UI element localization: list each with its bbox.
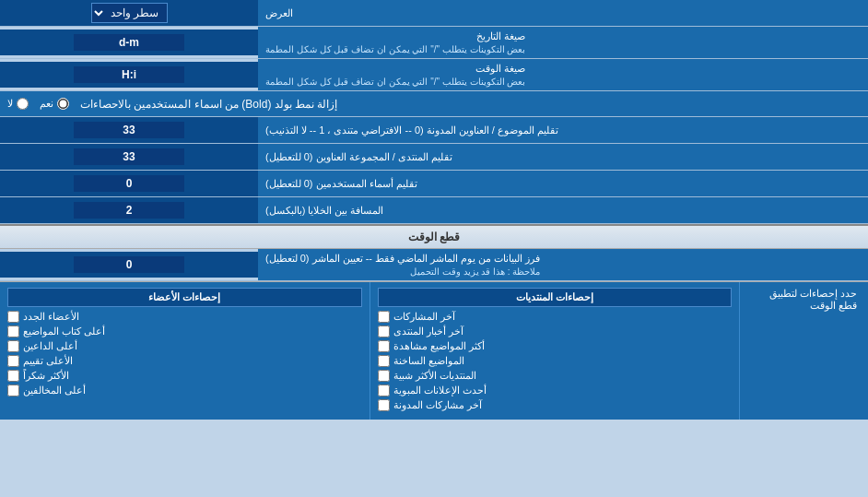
checkbox-forum-news[interactable]: آخر أخبار المنتدى xyxy=(378,325,733,337)
date-format-input-container[interactable] xyxy=(0,30,258,55)
checkbox-forum-news-input[interactable] xyxy=(378,325,390,337)
cutoff-row: فرز البيانات من يوم الماشر الماضي فقط --… xyxy=(0,249,868,281)
checkbox-most-similar[interactable]: المنتديات الأكثر شبية xyxy=(378,370,733,382)
cell-spacing-row: المسافة بين الخلايا (بالبكسل) xyxy=(0,197,868,224)
checkbox-top-violators[interactable]: أعلى المخالفين xyxy=(7,385,362,396)
forum-subjects-label: تقليم المنتدى / المجموعة العناوين (0 للت… xyxy=(258,144,868,170)
header-title: العرض xyxy=(265,7,293,19)
members-stats-col: إحصاءات الأعضاء الأعضاء الجدد أعلى كتاب … xyxy=(0,282,369,420)
date-format-row: صيغة التاريخ بعض التكوينات يتطلب "/" الت… xyxy=(0,27,868,59)
cutoff-row-note: ملاحظة : هذا قد يزيد وقت التحميل xyxy=(265,266,540,277)
forums-stats-header: إحصاءات المنتديات xyxy=(378,288,733,307)
time-format-input[interactable] xyxy=(74,66,184,83)
bold-yes-label[interactable]: نعم xyxy=(40,98,69,110)
members-stats-title: إحصاءات الأعضاء xyxy=(148,291,220,302)
cell-spacing-title: المسافة بين الخلايا (بالبكسل) xyxy=(265,205,384,217)
forum-subjects-input-container[interactable] xyxy=(0,144,258,170)
subjects-count-row: تقليم الموضوع / العناوين المدونة (0 -- ا… xyxy=(0,117,868,144)
date-format-input[interactable] xyxy=(74,34,184,51)
usernames-trim-row: تقليم أسماء المستخدمين (0 للتعطيل) xyxy=(0,171,868,197)
usernames-trim-input-container[interactable] xyxy=(0,171,258,196)
members-stats-header: إحصاءات الأعضاء xyxy=(7,288,362,307)
subjects-count-title: تقليم الموضوع / العناوين المدونة (0 -- ا… xyxy=(265,124,558,136)
cell-spacing-label: المسافة بين الخلايا (بالبكسل) xyxy=(258,197,868,223)
cell-spacing-input-container[interactable] xyxy=(0,197,258,223)
checkbox-blog-posts-input[interactable] xyxy=(378,399,390,411)
bold-yes-radio[interactable] xyxy=(57,98,69,110)
subjects-count-input-container[interactable] xyxy=(0,117,258,143)
usernames-trim-label: تقليم أسماء المستخدمين (0 للتعطيل) xyxy=(258,171,868,196)
subjects-count-label: تقليم الموضوع / العناوين المدونة (0 -- ا… xyxy=(258,117,868,143)
apply-label: حدد إحصاءات لتطبيق قطع الوقت xyxy=(739,282,868,420)
dropdown-container[interactable]: سطر واحد سطران ثلاثة أسطر xyxy=(0,0,258,26)
subjects-count-input[interactable] xyxy=(74,122,184,138)
bold-no-text: لا xyxy=(7,98,13,110)
bold-no-label[interactable]: لا xyxy=(7,98,29,110)
checkbox-top-rated-input[interactable] xyxy=(7,355,19,367)
checkbox-latest-ads-input[interactable] xyxy=(378,385,390,396)
checkbox-top-inviters[interactable]: أعلى الداعين xyxy=(7,340,362,352)
bold-remove-label: إزالة نمط بولد (Bold) من اسماء المستخدمي… xyxy=(80,98,337,111)
checkbox-top-violators-input[interactable] xyxy=(7,385,19,396)
forums-stats-col: إحصاءات المنتديات آخر المشاركات آخر أخبا… xyxy=(369,282,740,420)
checkbox-hot-topics-input[interactable] xyxy=(378,355,390,367)
forum-subjects-input[interactable] xyxy=(74,148,184,165)
usernames-trim-input[interactable] xyxy=(74,175,184,192)
checkbox-latest-posts[interactable]: آخر المشاركات xyxy=(378,311,733,323)
bottom-section: حدد إحصاءات لتطبيق قطع الوقت إحصاءات الم… xyxy=(0,281,868,420)
main-container: العرض سطر واحد سطران ثلاثة أسطر صيغة الت… xyxy=(0,0,868,420)
checkbox-latest-posts-input[interactable] xyxy=(378,311,390,323)
bold-yes-text: نعم xyxy=(40,98,53,110)
checkbox-top-writers[interactable]: أعلى كتاب المواضيع xyxy=(7,325,362,337)
checkbox-most-viewed[interactable]: أكثر المواضيع مشاهدة xyxy=(378,340,733,352)
apply-label-text: حدد إحصاءات لتطبيق قطع الوقت xyxy=(751,288,857,312)
bold-remove-row: إزالة نمط بولد (Bold) من اسماء المستخدمي… xyxy=(0,91,868,117)
checkbox-new-members-input[interactable] xyxy=(7,311,19,323)
checkbox-most-similar-input[interactable] xyxy=(378,370,390,382)
date-format-title: صيغة التاريخ xyxy=(476,30,525,41)
section-label: العرض xyxy=(258,0,868,26)
cutoff-row-title: فرز البيانات من يوم الماشر الماضي فقط --… xyxy=(265,253,540,264)
cutoff-label: فرز البيانات من يوم الماشر الماضي فقط --… xyxy=(258,249,868,280)
bold-no-radio[interactable] xyxy=(17,98,29,110)
checkbox-most-thanked-input[interactable] xyxy=(7,370,19,382)
date-format-label: صيغة التاريخ بعض التكوينات يتطلب "/" الت… xyxy=(258,27,868,58)
checkbox-hot-topics[interactable]: المواضيع الساخنة xyxy=(378,355,733,367)
checkboxes-container: إحصاءات المنتديات آخر المشاركات آخر أخبا… xyxy=(0,282,739,420)
time-format-input-container[interactable] xyxy=(0,62,258,88)
date-format-note: بعض التكوينات يتطلب "/" التي يمكن ان تضا… xyxy=(265,44,525,54)
checkbox-most-thanked[interactable]: الأكثر شكراً xyxy=(7,370,362,382)
time-format-title: صيغة الوقت xyxy=(475,63,525,74)
forums-stats-title: إحصاءات المنتديات xyxy=(516,291,593,302)
cutoff-title: قطع الوقت xyxy=(408,231,460,243)
cutoff-section-header: قطع الوقت xyxy=(0,224,868,249)
time-format-label: صيغة الوقت بعض التكوينات يتطلب "/" التي … xyxy=(258,59,868,90)
checkbox-top-inviters-input[interactable] xyxy=(7,340,19,352)
checkbox-new-members[interactable]: الأعضاء الجدد xyxy=(7,311,362,323)
checkbox-top-rated[interactable]: الأعلى تقييم xyxy=(7,355,362,367)
checkbox-most-viewed-input[interactable] xyxy=(378,340,390,352)
forum-subjects-title: تقليم المنتدى / المجموعة العناوين (0 للت… xyxy=(265,151,452,163)
forum-subjects-row: تقليم المنتدى / المجموعة العناوين (0 للت… xyxy=(0,144,868,171)
checkbox-latest-ads[interactable]: أحدث الإعلانات المبوية xyxy=(378,385,733,396)
checkbox-blog-posts[interactable]: آخر مشاركات المدونة xyxy=(378,399,733,411)
checkbox-top-writers-input[interactable] xyxy=(7,325,19,337)
header-row: العرض سطر واحد سطران ثلاثة أسطر xyxy=(0,0,868,27)
usernames-trim-title: تقليم أسماء المستخدمين (0 للتعطيل) xyxy=(265,178,417,190)
cutoff-input[interactable] xyxy=(74,256,184,273)
time-format-note: بعض التكوينات يتطلب "/" التي يمكن ان تضا… xyxy=(265,77,525,87)
display-dropdown[interactable]: سطر واحد سطران ثلاثة أسطر xyxy=(91,3,168,23)
cutoff-input-container[interactable] xyxy=(0,252,258,278)
cell-spacing-input[interactable] xyxy=(74,202,184,219)
time-format-row: صيغة الوقت بعض التكوينات يتطلب "/" التي … xyxy=(0,59,868,91)
